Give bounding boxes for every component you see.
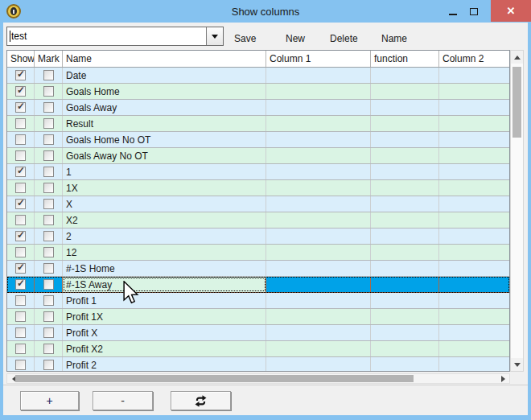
table-row[interactable]: Profit 2 xyxy=(7,357,509,371)
column2-cell[interactable] xyxy=(439,309,509,324)
header-column1[interactable]: Column 1 xyxy=(266,51,371,67)
show-cell[interactable] xyxy=(7,245,35,260)
name-cell[interactable]: 2 xyxy=(63,229,266,244)
mark-checkbox[interactable] xyxy=(43,118,54,129)
table-row[interactable]: 2 xyxy=(7,229,509,245)
column1-cell[interactable] xyxy=(266,180,371,196)
table-row[interactable]: Profit X2 xyxy=(7,341,509,357)
name-button[interactable]: Name xyxy=(381,33,407,44)
show-checkbox[interactable] xyxy=(15,86,26,97)
mark-checkbox[interactable] xyxy=(43,279,54,290)
mark-checkbox[interactable] xyxy=(43,86,54,97)
column1-cell[interactable] xyxy=(266,325,371,340)
show-cell[interactable] xyxy=(7,116,35,131)
scroll-up-button[interactable] xyxy=(511,51,523,64)
mark-checkbox[interactable] xyxy=(43,247,54,257)
column2-cell[interactable] xyxy=(439,180,509,196)
column2-cell[interactable] xyxy=(439,212,509,228)
table-row[interactable]: Result xyxy=(7,116,509,132)
column1-cell[interactable] xyxy=(266,293,371,308)
refresh-button[interactable] xyxy=(171,391,231,410)
table-row[interactable]: #-1S Away xyxy=(7,277,509,293)
table-row[interactable]: Goals Home No OT xyxy=(7,132,509,148)
show-cell[interactable] xyxy=(7,261,35,276)
show-cell[interactable] xyxy=(7,293,35,308)
mark-checkbox[interactable] xyxy=(43,199,54,209)
show-cell[interactable] xyxy=(7,148,35,163)
column2-cell[interactable] xyxy=(439,325,509,340)
show-checkbox[interactable] xyxy=(15,279,26,290)
mark-cell[interactable] xyxy=(35,341,63,356)
function-cell[interactable] xyxy=(371,357,439,371)
function-cell[interactable] xyxy=(371,229,439,244)
mark-checkbox[interactable] xyxy=(43,102,54,113)
function-cell[interactable] xyxy=(371,116,439,131)
table-row[interactable]: Date xyxy=(7,68,509,84)
column1-cell[interactable] xyxy=(266,116,371,131)
show-checkbox[interactable] xyxy=(15,134,26,145)
mark-cell[interactable] xyxy=(35,148,63,163)
header-name[interactable]: Name xyxy=(63,51,266,67)
mark-checkbox[interactable] xyxy=(43,167,54,177)
mark-cell[interactable] xyxy=(35,325,63,340)
column1-cell[interactable] xyxy=(266,164,371,179)
name-cell[interactable]: Profit 2 xyxy=(63,357,266,371)
show-checkbox[interactable] xyxy=(15,360,26,370)
combobox-dropdown-button[interactable] xyxy=(206,27,223,45)
function-cell[interactable] xyxy=(371,309,439,324)
show-cell[interactable] xyxy=(7,277,35,292)
close-button[interactable]: ✕ xyxy=(491,0,531,22)
show-checkbox[interactable] xyxy=(15,295,26,306)
mark-checkbox[interactable] xyxy=(43,70,54,80)
mark-cell[interactable] xyxy=(35,245,63,260)
column1-cell[interactable] xyxy=(266,68,371,83)
column2-cell[interactable] xyxy=(439,116,509,131)
name-cell[interactable]: Profit 1 xyxy=(63,293,266,308)
show-cell[interactable] xyxy=(7,68,35,83)
minimize-button[interactable] xyxy=(442,0,463,23)
show-cell[interactable] xyxy=(7,180,35,196)
show-checkbox[interactable] xyxy=(15,102,26,113)
column2-cell[interactable] xyxy=(439,196,509,212)
mark-cell[interactable] xyxy=(35,180,63,196)
mark-checkbox[interactable] xyxy=(43,183,54,193)
mark-checkbox[interactable] xyxy=(43,215,54,225)
function-cell[interactable] xyxy=(371,196,439,212)
show-cell[interactable] xyxy=(7,84,35,99)
name-cell[interactable]: #-1S Home xyxy=(63,261,266,276)
function-cell[interactable] xyxy=(371,100,439,115)
show-checkbox[interactable] xyxy=(15,70,26,80)
header-column2[interactable]: Column 2 xyxy=(439,51,509,67)
column1-cell[interactable] xyxy=(266,100,371,115)
scroll-down-button[interactable] xyxy=(511,358,523,371)
mark-cell[interactable] xyxy=(35,357,63,371)
column1-cell[interactable] xyxy=(266,245,371,260)
show-checkbox[interactable] xyxy=(15,150,26,161)
header-function[interactable]: function xyxy=(371,51,439,67)
show-cell[interactable] xyxy=(7,100,35,115)
name-cell[interactable]: Goals Away No OT xyxy=(63,148,266,163)
show-cell[interactable] xyxy=(7,132,35,147)
function-cell[interactable] xyxy=(371,261,439,276)
column1-cell[interactable] xyxy=(266,196,371,212)
show-cell[interactable] xyxy=(7,309,35,324)
column2-cell[interactable] xyxy=(439,261,509,276)
column1-cell[interactable] xyxy=(266,261,371,276)
column2-cell[interactable] xyxy=(439,341,509,356)
preset-combobox[interactable]: test xyxy=(6,27,224,46)
mark-checkbox[interactable] xyxy=(43,134,54,145)
table-row[interactable]: Profit X xyxy=(7,325,509,341)
table-row[interactable]: Profit 1X xyxy=(7,309,509,325)
table-row[interactable]: 1 xyxy=(7,164,509,180)
horizontal-scrollbar[interactable] xyxy=(6,373,510,384)
column2-cell[interactable] xyxy=(439,357,509,371)
name-cell[interactable]: Profit X xyxy=(63,325,266,340)
show-cell[interactable] xyxy=(7,229,35,244)
function-cell[interactable] xyxy=(371,180,439,196)
maximize-button[interactable] xyxy=(463,0,484,23)
show-checkbox[interactable] xyxy=(15,263,26,274)
show-checkbox[interactable] xyxy=(15,247,26,257)
mark-cell[interactable] xyxy=(35,293,63,308)
column2-cell[interactable] xyxy=(439,84,509,99)
show-cell[interactable] xyxy=(7,212,35,228)
